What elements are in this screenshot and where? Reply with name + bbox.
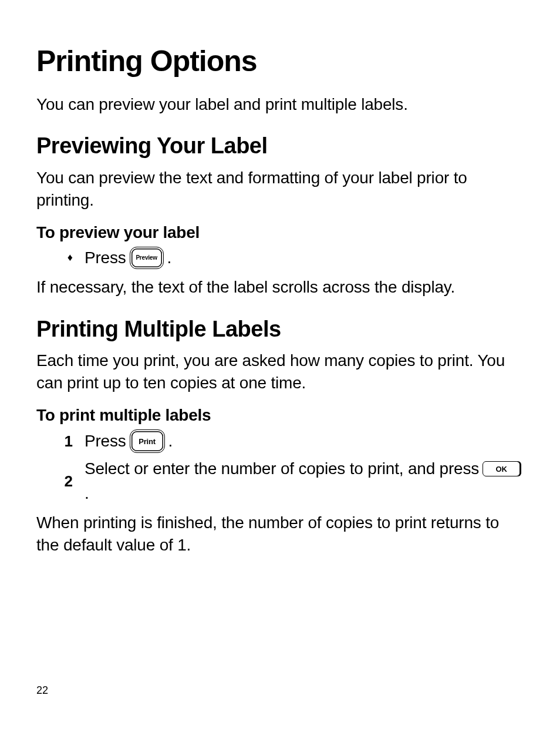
bullet-list: ♦ Press Preview . <box>36 247 524 269</box>
section2-after: When printing is finished, the number of… <box>36 512 524 556</box>
section2-para: Each time you print, you are asked how m… <box>36 350 524 394</box>
list-item: 2 Select or enter the number of copies t… <box>36 458 524 505</box>
section-heading-preview: Previewing Your Label <box>36 134 524 159</box>
step-number: 1 <box>36 432 85 451</box>
step-text-pre: Press <box>85 247 126 269</box>
step-text-pre: Select or enter the number of copies to … <box>85 458 479 480</box>
section1-after: If necessary, the text of the label scro… <box>36 276 524 298</box>
step-text-post: . <box>85 482 89 505</box>
list-item: ♦ Press Preview . <box>36 247 524 269</box>
section1-para: You can preview the text and formatting … <box>36 167 524 211</box>
page: Printing Options You can preview your la… <box>0 0 560 556</box>
task-heading-preview: To preview your label <box>36 223 524 242</box>
step-text-post: . <box>167 247 172 269</box>
step-text: Press Preview . <box>85 247 171 269</box>
numbered-list: 1 Press Print . 2 Select or enter the nu… <box>36 429 524 505</box>
section-heading-multi: Printing Multiple Labels <box>36 317 524 342</box>
preview-key-icon: Preview <box>130 247 164 269</box>
step-text: Select or enter the number of copies to … <box>85 458 524 505</box>
print-key-icon: Print <box>130 429 165 453</box>
step-text-post: . <box>168 430 173 452</box>
ok-key-icon: OK <box>483 461 520 476</box>
step-number: 2 <box>36 472 85 491</box>
page-title: Printing Options <box>36 46 524 77</box>
page-number: 22 <box>36 684 48 697</box>
intro-paragraph: You can preview your label and print mul… <box>36 93 524 116</box>
list-item: 1 Press Print . <box>36 429 524 453</box>
bullet-icon: ♦ <box>36 251 85 264</box>
step-text: Press Print . <box>85 429 173 453</box>
task-heading-multi: To print multiple labels <box>36 406 524 425</box>
step-text-pre: Press <box>85 430 126 452</box>
